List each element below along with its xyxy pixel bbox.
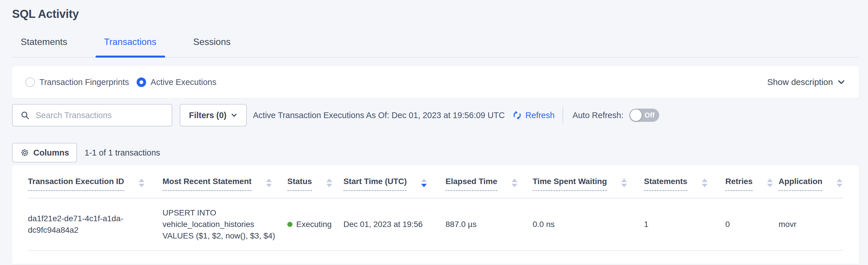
columns-button-label: Columns xyxy=(33,148,69,158)
column-header-elapsed-time[interactable]: Elapsed Time xyxy=(445,165,533,198)
cell-most-recent-statement: UPSERT INTO vehicle_location_histories V… xyxy=(162,198,287,250)
radio-circle-icon xyxy=(136,78,146,87)
tab-statements[interactable]: Statements xyxy=(12,36,76,57)
column-header-transaction-execution-id[interactable]: Transaction Execution ID xyxy=(28,165,162,198)
cell-time-spent-waiting: 0.0 ns xyxy=(533,198,644,250)
gear-icon xyxy=(20,148,29,157)
column-header-most-recent-statement[interactable]: Most Recent Statement xyxy=(162,165,287,198)
column-header-start-time[interactable]: Start Time (UTC) xyxy=(343,165,445,198)
status-label: Executing xyxy=(296,219,332,230)
filters-button[interactable]: Filters (0) xyxy=(180,104,247,127)
column-header-retries[interactable]: Retries xyxy=(725,165,779,198)
radio-circle-icon xyxy=(25,78,35,87)
column-header-status[interactable]: Status xyxy=(287,165,343,198)
auto-refresh-label: Auto Refresh: xyxy=(572,111,623,120)
radio-active-executions[interactable]: Active Executions xyxy=(136,78,217,87)
show-description-label: Show description xyxy=(767,77,833,87)
sort-arrows-icon xyxy=(327,179,332,187)
column-header-time-spent-waiting[interactable]: Time Spent Waiting xyxy=(533,165,644,198)
search-input[interactable] xyxy=(35,110,166,121)
chevron-down-icon xyxy=(231,112,238,119)
cell-start-time: Dec 01, 2023 at 19:56 xyxy=(343,198,445,250)
tab-sessions[interactable]: Sessions xyxy=(185,36,239,57)
page-title: SQL Activity xyxy=(12,0,859,21)
transactions-table: Transaction Execution ID Most Recent Sta… xyxy=(28,165,843,251)
search-icon xyxy=(20,110,30,120)
tab-bar: Statements Transactions Sessions xyxy=(12,36,859,58)
cell-retries: 0 xyxy=(725,198,779,250)
cell-elapsed-time: 887.0 µs xyxy=(445,198,533,250)
sort-arrows-icon xyxy=(767,179,773,187)
cell-transaction-execution-id[interactable]: da1f21e2-de71-4c1f-a1da-dc9fc94a84a2 xyxy=(28,198,162,250)
cell-statements: 1 xyxy=(644,198,725,250)
table-row: da1f21e2-de71-4c1f-a1da-dc9fc94a84a2 UPS… xyxy=(28,198,843,250)
sort-arrows-icon xyxy=(702,179,708,187)
results-count: 1-1 of 1 transactions xyxy=(85,148,160,158)
refresh-icon xyxy=(512,110,523,121)
transactions-table-card: Transaction Execution ID Most Recent Sta… xyxy=(12,165,859,264)
columns-button[interactable]: Columns xyxy=(12,143,77,162)
column-header-statements[interactable]: Statements xyxy=(644,165,725,198)
auto-refresh-toggle[interactable]: Off xyxy=(629,109,659,122)
table-controls: Columns 1-1 of 1 transactions xyxy=(12,143,859,162)
show-description-toggle[interactable]: Show description xyxy=(767,77,845,87)
radio-label: Transaction Fingerprints xyxy=(39,78,129,87)
table-header-row: Transaction Execution ID Most Recent Sta… xyxy=(28,165,843,198)
radio-label: Active Executions xyxy=(151,78,217,87)
tab-transactions[interactable]: Transactions xyxy=(95,36,165,57)
chevron-down-icon xyxy=(837,78,845,86)
sort-arrows-icon xyxy=(138,179,144,187)
cell-application: movr xyxy=(779,198,843,250)
filter-bar: Filters (0) Active Transaction Execution… xyxy=(12,104,859,127)
sort-arrows-icon xyxy=(837,179,842,187)
sort-arrows-icon xyxy=(512,179,518,187)
refresh-button[interactable]: Refresh xyxy=(512,110,555,121)
search-box[interactable] xyxy=(12,104,172,127)
sort-arrows-icon xyxy=(266,179,272,187)
radio-transaction-fingerprints[interactable]: Transaction Fingerprints xyxy=(25,78,129,87)
column-header-application[interactable]: Application xyxy=(779,165,843,198)
sort-arrows-icon xyxy=(621,179,627,187)
view-mode-card: Transaction Fingerprints Active Executio… xyxy=(12,66,859,98)
sql-activity-page: SQL Activity Statements Transactions Ses… xyxy=(0,0,868,264)
as-of-timestamp: Active Transaction Executions As Of: Dec… xyxy=(253,111,505,120)
cell-status: Executing xyxy=(287,198,343,250)
status-executing-icon xyxy=(287,222,292,227)
toggle-state-label: Off xyxy=(645,111,655,119)
sort-arrows-icon xyxy=(421,179,427,187)
toggle-knob xyxy=(630,109,642,121)
filters-button-label: Filters (0) xyxy=(189,111,227,120)
divider xyxy=(563,107,563,123)
refresh-label: Refresh xyxy=(525,111,555,120)
